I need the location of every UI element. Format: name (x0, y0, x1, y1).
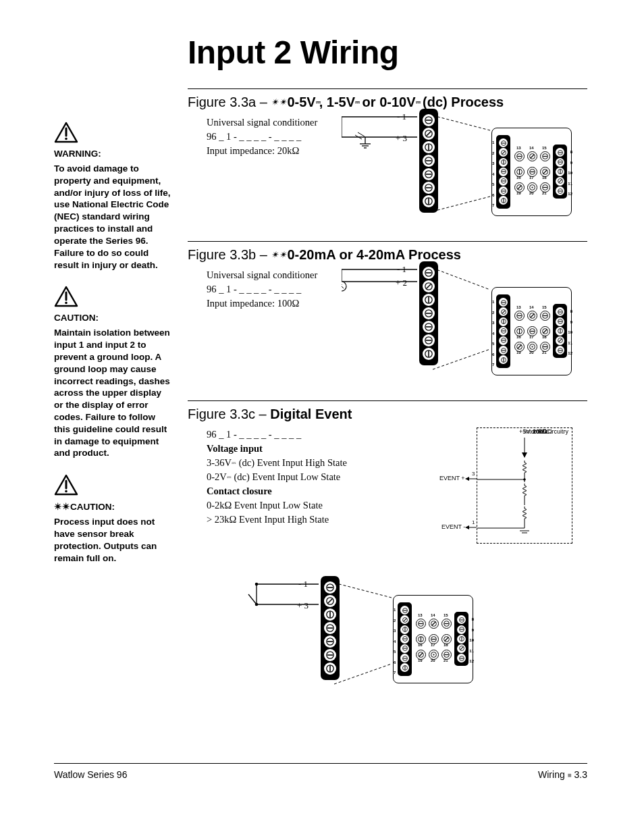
terminal-screw (499, 158, 508, 167)
terminal-screw (423, 168, 435, 180)
terminal-number: 16 (516, 176, 521, 180)
terminal-screw (527, 311, 537, 321)
terminal-number: 4 (394, 640, 396, 644)
dc-icon: ⎓ (316, 97, 319, 107)
figure-a-title: Figure 3.3a – ✴✴0-5V⎓, 1-5V⎓ or 0-10V⎓ (… (188, 95, 587, 110)
terminal-screw (423, 280, 435, 292)
terminal-screw (499, 307, 508, 316)
fig-a-line2: 96 _ 1 - _ _ _ _ - _ _ _ _ (207, 130, 362, 144)
terminal-screw (556, 148, 564, 157)
figure-b-title: Figure 3.3b – ✴✴0-20mA or 4-20mA Process (188, 247, 587, 263)
figure-c-content: 96 _ 1 - _ _ _ _ - _ _ _ _ Voltage input… (188, 427, 587, 556)
terminal-number: 19 (516, 191, 521, 195)
terminal-screw (423, 267, 435, 279)
terminal-screw (499, 355, 508, 364)
terminal-screw (499, 186, 508, 195)
t4: (dc) Process (419, 95, 504, 109)
terminal-number: 13 (418, 613, 423, 617)
svg-line-24 (433, 197, 490, 211)
terminal-screw (423, 348, 435, 360)
terminal-number: 10 (469, 638, 474, 642)
terminal-screw (423, 307, 435, 319)
terminal-number: 11 (568, 341, 572, 345)
dc-icon: ⎓ (232, 459, 236, 467)
terminal-screw (499, 346, 508, 355)
internal-circuitry-box: +5V 2.67kΩ 20kΩ 100Ω Internal Circuitry (477, 427, 572, 544)
terminal-screw (324, 662, 336, 675)
terminal-number: 1 (492, 300, 494, 304)
terminal-screw (400, 635, 409, 644)
svg-line-53 (334, 583, 392, 598)
warning-icon (54, 122, 78, 143)
divider (188, 400, 587, 401)
terminal-number: 8 (570, 309, 572, 313)
terminal-screw (324, 622, 336, 634)
asterisk: ✴✴ (271, 97, 287, 107)
terminal-screw (499, 327, 508, 336)
ic-event-plus: EVENT + (439, 475, 465, 481)
terminal-number: 21 (542, 350, 547, 355)
terminal-number: 5 (394, 650, 396, 654)
terminal-screw (324, 595, 336, 607)
terminal-screw (429, 619, 439, 629)
terminal-number: 9 (472, 628, 474, 632)
terminal-number: 20 (529, 350, 534, 355)
terminal-screw (457, 654, 466, 662)
terminal-number: 12 (568, 192, 572, 196)
fig-num: Figure 3.3b – (188, 247, 271, 262)
fc-v2a: 0-2V (207, 471, 227, 482)
term-neg-label: - 1 (397, 111, 406, 122)
terminal-number: 19 (516, 350, 521, 355)
terminal-number: 13 (516, 305, 521, 309)
term-pos-label: + 3 (297, 600, 308, 611)
terminal-screw (324, 608, 336, 621)
page-title: Input 2 Wiring (188, 34, 587, 71)
terminal-number: 19 (418, 658, 423, 662)
sidebar: WARNING: To avoid damage to property and… (54, 122, 172, 579)
term-pos-label: + 3 (396, 133, 407, 144)
terminal-screw (556, 336, 564, 345)
caution2-text: Process input does not have sensor break… (54, 516, 172, 564)
terminal-screw (499, 336, 508, 345)
terminal-number: 7 (492, 363, 494, 367)
terminal-number: 4 (492, 172, 494, 176)
fb-title: 0-20mA or 4-20mA Process (287, 247, 461, 262)
caution1-heading: CAUTION: (54, 313, 172, 323)
terminal-screw (423, 294, 435, 306)
terminal-screw (499, 138, 508, 147)
terminal-screw (556, 307, 564, 316)
svg-line-54 (334, 664, 392, 684)
terminal-number: 17 (431, 643, 435, 647)
terminal-screw (423, 128, 435, 140)
terminal-number: 10 (568, 171, 572, 175)
term-pos-label: + 2 (396, 278, 407, 288)
terminal-number: 15 (542, 146, 547, 150)
terminal-number: 2 (492, 151, 494, 155)
terminal-number: 10 (568, 330, 572, 334)
figure-c-title: Figure 3.3c – Digital Event (188, 407, 587, 422)
svg-point-28 (342, 282, 346, 291)
terminal-number: 6 (492, 353, 494, 357)
divider (188, 88, 587, 89)
terminal-number: 9 (570, 320, 572, 324)
dc-icon: ⎓ (355, 97, 358, 107)
terminal-number: 14 (529, 146, 534, 150)
terminal-screw (400, 644, 409, 653)
terminal-number: 17 (529, 335, 534, 339)
fig-num: Figure 3.3a – (188, 95, 271, 109)
caution1-text: Maintain isolation between input 1 and i… (54, 327, 172, 459)
terminal-screw (457, 644, 466, 653)
terminal-number: 11 (568, 182, 572, 186)
svg-line-23 (433, 115, 490, 130)
figure-b-content: Universal signal conditioner 96 _ 1 - _ … (188, 268, 587, 383)
terminal-number: 21 (444, 658, 448, 662)
fig-c-h1: Voltage input (207, 443, 263, 454)
t3: or 0-10V (358, 95, 415, 109)
terminal-strip-b (419, 261, 438, 365)
terminal-number: 2 (492, 311, 494, 315)
fig-b-line3: Input impedance: 100Ω (207, 296, 362, 311)
footer-section: Wiring (538, 769, 565, 780)
figure-a-content: Universal signal conditioner 96 _ 1 - _ … (188, 115, 587, 224)
terminal-screw (423, 334, 435, 346)
terminal-screw (423, 114, 435, 126)
